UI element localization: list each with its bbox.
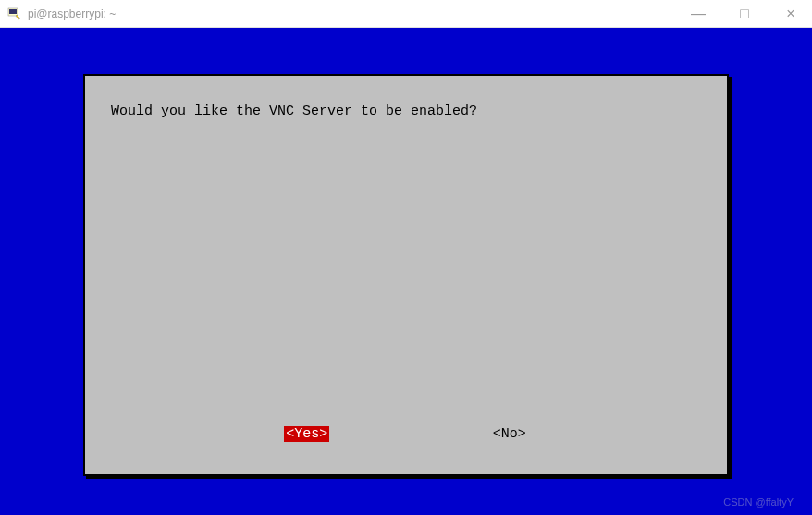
yes-button[interactable]: <Yes>: [284, 426, 329, 442]
dialog-body: [111, 129, 701, 426]
putty-icon: [7, 6, 22, 21]
svg-rect-1: [9, 9, 17, 14]
config-dialog: Would you like the VNC Server to be enab…: [83, 74, 729, 476]
terminal-area: Would you like the VNC Server to be enab…: [0, 28, 812, 515]
dialog-question: Would you like the VNC Server to be enab…: [111, 104, 701, 119]
window-controls: — □ ×: [684, 6, 805, 22]
titlebar[interactable]: pi@raspberrypi: ~ — □ ×: [0, 0, 812, 28]
watermark-text: CSDN @ffaltyY: [723, 497, 794, 508]
window-title: pi@raspberrypi: ~: [28, 7, 684, 20]
app-window: pi@raspberrypi: ~ — □ × Would you like t…: [0, 0, 812, 515]
close-button[interactable]: ×: [777, 6, 805, 22]
dialog-button-row: <Yes> <No>: [111, 426, 701, 451]
minimize-button[interactable]: —: [684, 6, 712, 22]
maximize-button[interactable]: □: [731, 6, 758, 22]
no-button[interactable]: <No>: [491, 426, 528, 442]
